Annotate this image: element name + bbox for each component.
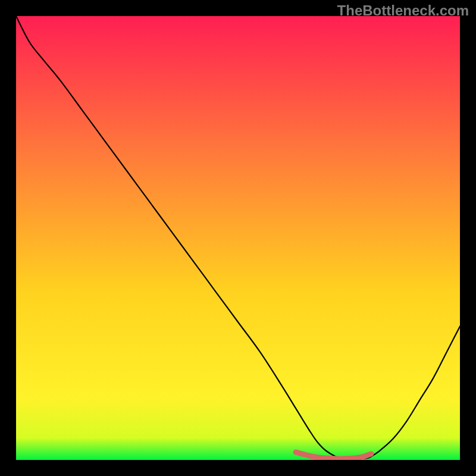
plot-frame [16,16,460,460]
chart-container: TheBottleneck.com [0,0,476,476]
gradient-background [16,16,460,460]
plot-svg [16,16,460,460]
watermark-text: TheBottleneck.com [337,2,469,19]
